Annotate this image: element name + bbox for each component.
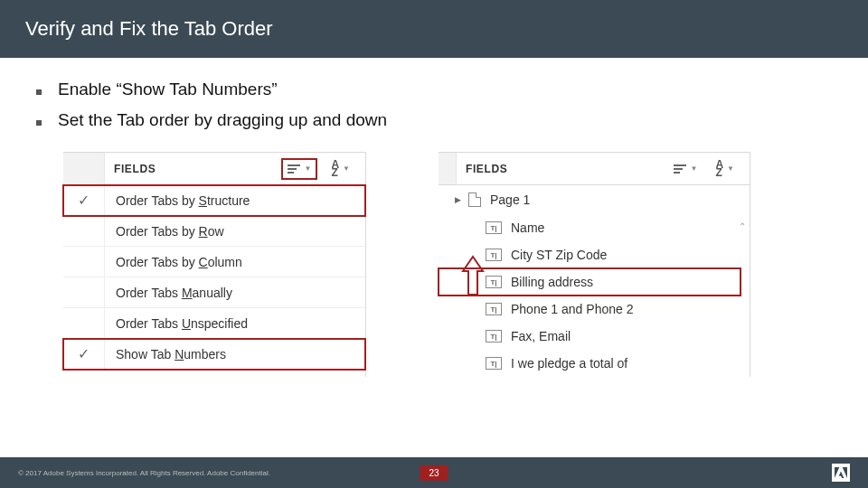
sort-az-icon: A Z — [715, 161, 723, 177]
field-label: City ST Zip Code — [511, 248, 607, 262]
menu-item-label: Order Tabs Unspecified — [105, 316, 248, 331]
page-label: Page 1 — [490, 192, 530, 207]
check-column — [63, 216, 105, 246]
bullet-item: Set the Tab order by dragging up and dow… — [36, 110, 832, 130]
scroll-up-icon[interactable]: ⌃ — [739, 221, 746, 231]
page-icon — [468, 192, 481, 207]
collapse-triangle-icon[interactable]: ▶ — [455, 195, 461, 204]
bullet-marker — [36, 89, 42, 95]
options-icon — [288, 163, 300, 175]
page-number: 23 — [420, 465, 448, 481]
bullet-marker — [36, 120, 42, 126]
menu-item[interactable]: Order Tabs Unspecified — [63, 308, 365, 339]
chevron-down-icon: ▼ — [690, 164, 697, 173]
bullet-item: Enable “Show Tab Numbers” — [36, 80, 832, 99]
drag-up-arrow-icon — [461, 255, 485, 302]
field-row[interactable]: T|I we pledge a total of — [439, 350, 750, 377]
title-text: Verify and Fix the Tab Order — [25, 17, 273, 41]
fields-panel-right: FIELDS ▼ A Z ▼ ⌃ ▶ — [439, 152, 750, 377]
menu-item[interactable]: Order Tabs by Row — [63, 216, 365, 247]
menu-item-label: Show Tab Numbers — [105, 347, 226, 361]
menu-item-label: Order Tabs by Column — [105, 255, 242, 269]
menu-item[interactable]: ✓Order Tabs by Structure — [63, 185, 365, 216]
bullet-text: Enable “Show Tab Numbers” — [58, 80, 278, 99]
check-column — [63, 308, 105, 338]
check-column: ✓ — [63, 339, 105, 369]
field-label: Name — [511, 221, 544, 235]
slide-footer: © 2017 Adobe Systems Incorporated. All R… — [0, 457, 868, 488]
text-field-icon: T| — [486, 303, 502, 315]
menu-item-label: Order Tabs by Row — [105, 224, 224, 239]
field-row[interactable]: T|Name — [439, 214, 750, 241]
panel-title: FIELDS — [105, 163, 281, 175]
bullet-text: Set the Tab order by dragging up and dow… — [58, 110, 387, 130]
panel-header: FIELDS ▼ A Z ▼ — [439, 153, 750, 185]
options-dropdown-button[interactable]: ▼ — [669, 160, 702, 178]
menu-item[interactable]: ✓Show Tab Numbers — [63, 339, 365, 370]
field-row[interactable]: T|City ST Zip Code — [439, 241, 750, 268]
text-field-icon: T| — [486, 330, 502, 343]
bullet-list: Enable “Show Tab Numbers” Set the Tab or… — [36, 80, 832, 130]
check-column: ✓ — [63, 185, 105, 215]
chevron-down-icon: ▼ — [304, 164, 311, 173]
field-row[interactable]: T|Phone 1 and Phone 2 — [439, 296, 750, 323]
field-label: Phone 1 and Phone 2 — [511, 302, 633, 316]
chevron-down-icon: ▼ — [343, 164, 350, 173]
menu-item-label: Order Tabs Manually — [105, 286, 232, 300]
field-label: I we pledge a total of — [511, 356, 627, 371]
panel-header: FIELDS ▼ A Z ▼ — [63, 153, 365, 185]
options-dropdown-button[interactable]: ▼ — [281, 158, 317, 180]
text-field-icon: T| — [486, 221, 502, 234]
panel-title: FIELDS — [457, 163, 669, 175]
menu-item[interactable]: Order Tabs by Column — [63, 247, 365, 277]
options-icon — [674, 163, 686, 175]
checkmark-icon: ✓ — [78, 192, 90, 209]
options-menu: ✓Order Tabs by StructureOrder Tabs by Ro… — [63, 185, 365, 370]
field-row[interactable]: T|Fax, Email — [439, 323, 750, 350]
chevron-down-icon: ▼ — [727, 164, 734, 173]
fields-panel-left: FIELDS ▼ A Z ▼ ✓Order Tabs by StructureO… — [63, 152, 366, 377]
menu-item[interactable]: Order Tabs Manually — [63, 277, 365, 308]
check-column — [63, 277, 105, 307]
field-label: Billing address — [511, 275, 593, 289]
slide-title: Verify and Fix the Tab Order — [0, 0, 868, 58]
check-column — [63, 247, 105, 277]
sort-dropdown-button[interactable]: A Z ▼ — [711, 158, 739, 180]
text-field-icon: T| — [486, 249, 502, 261]
page-node[interactable]: ▶ Page 1 — [439, 185, 750, 214]
sort-dropdown-button[interactable]: A Z ▼ — [326, 158, 354, 180]
adobe-logo-icon — [832, 464, 850, 482]
field-label: Fax, Email — [511, 329, 571, 343]
panel-gutter — [63, 153, 105, 184]
panel-gutter — [439, 153, 457, 184]
checkmark-icon: ✓ — [78, 345, 90, 362]
text-field-icon: T| — [486, 357, 502, 370]
sort-az-icon: A Z — [331, 161, 339, 177]
text-field-icon: T| — [486, 276, 502, 288]
menu-item-label: Order Tabs by Structure — [105, 193, 250, 208]
